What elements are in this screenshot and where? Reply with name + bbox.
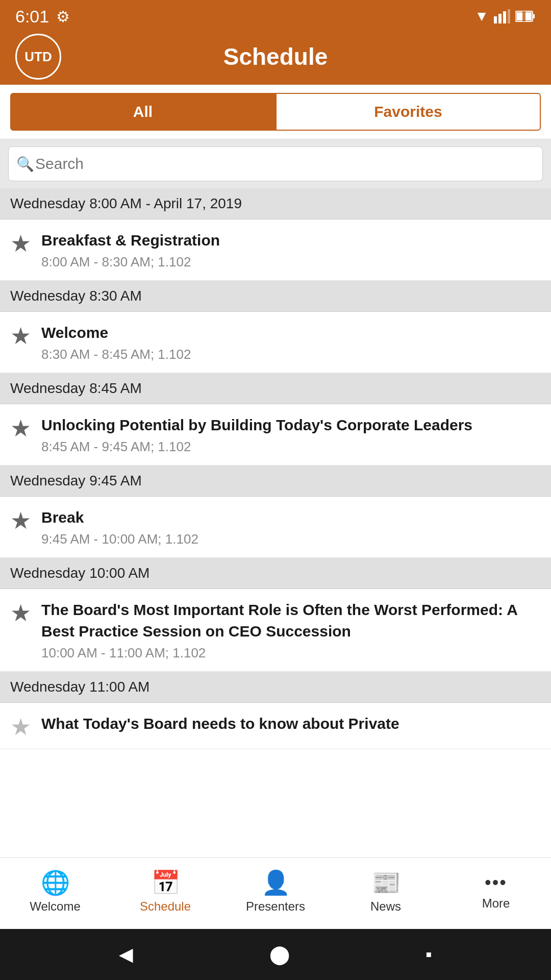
item-content-4: Break 9:45 AM - 10:00 AM; 1.102 xyxy=(41,507,541,547)
favorite-star-3[interactable]: ★ xyxy=(10,416,31,440)
item-time-4: 9:45 AM - 10:00 AM; 1.102 xyxy=(41,531,541,547)
battery-icon xyxy=(515,10,536,22)
bottom-navigation: 🌐 Welcome 📅 Schedule 👤 Presenters 📰 News… xyxy=(0,857,551,929)
favorite-star-6[interactable]: ★ xyxy=(10,715,31,739)
back-button[interactable]: ◀ xyxy=(119,944,133,965)
svg-rect-5 xyxy=(533,14,535,18)
item-content-2: Welcome 8:30 AM - 8:45 AM; 1.102 xyxy=(41,322,541,362)
app-header: UTD Schedule xyxy=(0,33,551,85)
nav-welcome-label: Welcome xyxy=(30,899,81,914)
recents-button[interactable]: ▪ xyxy=(425,944,432,965)
list-item[interactable]: ★ What Today's Board needs to know about… xyxy=(0,703,551,749)
nav-more[interactable]: ••• More xyxy=(441,858,551,924)
item-title-6: What Today's Board needs to know about P… xyxy=(41,713,541,734)
svg-rect-3 xyxy=(508,9,510,23)
item-title-5: The Board's Most Important Role is Often… xyxy=(41,599,541,642)
all-tab[interactable]: All xyxy=(10,93,276,131)
android-navbar: ◀ ⬤ ▪ xyxy=(0,929,551,980)
nav-schedule[interactable]: 📅 Schedule xyxy=(110,858,220,924)
list-item[interactable]: ★ Unlocking Potential by Building Today'… xyxy=(0,404,551,465)
signal-icon xyxy=(494,9,510,23)
calendar-icon: 📅 xyxy=(151,869,180,896)
item-content-3: Unlocking Potential by Building Today's … xyxy=(41,414,541,455)
more-icon: ••• xyxy=(485,872,507,893)
nav-schedule-label: Schedule xyxy=(140,899,191,914)
person-icon: 👤 xyxy=(261,869,290,896)
status-icons: ▼ xyxy=(474,8,536,24)
status-bar: 6:01 ⚙ ▼ xyxy=(0,0,551,33)
svg-rect-1 xyxy=(498,14,502,23)
item-title-4: Break xyxy=(41,507,541,528)
nav-news[interactable]: 📰 News xyxy=(331,858,441,924)
wifi-icon: ▼ xyxy=(474,8,489,24)
section-header-6: Wednesday 11:00 AM xyxy=(0,672,551,703)
section-header-3: Wednesday 8:45 AM xyxy=(0,373,551,404)
favorite-star-4[interactable]: ★ xyxy=(10,509,31,532)
svg-rect-0 xyxy=(494,16,497,23)
section-header-4: Wednesday 9:45 AM xyxy=(0,465,551,497)
page-title: Schedule xyxy=(223,43,328,70)
favorites-tab[interactable]: Favorites xyxy=(276,93,541,131)
item-content-1: Breakfast & Registration 8:00 AM - 8:30 … xyxy=(41,230,541,270)
item-time-1: 8:00 AM - 8:30 AM; 1.102 xyxy=(41,254,541,270)
list-item[interactable]: ★ Breakfast & Registration 8:00 AM - 8:3… xyxy=(0,219,551,281)
item-content-6: What Today's Board needs to know about P… xyxy=(41,713,541,738)
section-header-5: Wednesday 10:00 AM xyxy=(0,558,551,589)
list-item[interactable]: ★ The Board's Most Important Role is Oft… xyxy=(0,589,551,672)
nav-presenters-label: Presenters xyxy=(246,899,305,914)
home-button[interactable]: ⬤ xyxy=(269,944,290,965)
status-time: 6:01 xyxy=(15,7,49,27)
search-wrapper: 🔍 xyxy=(8,146,543,181)
list-item[interactable]: ★ Break 9:45 AM - 10:00 AM; 1.102 xyxy=(0,497,551,558)
item-time-2: 8:30 AM - 8:45 AM; 1.102 xyxy=(41,347,541,362)
favorite-star-2[interactable]: ★ xyxy=(10,324,31,348)
nav-news-label: News xyxy=(370,899,401,914)
globe-icon: 🌐 xyxy=(41,869,70,896)
news-icon: 📰 xyxy=(371,869,400,896)
item-time-5: 10:00 AM - 11:00 AM; 1.102 xyxy=(41,645,541,661)
section-header-1: Wednesday 8:00 AM - April 17, 2019 xyxy=(0,188,551,219)
app-logo: UTD xyxy=(15,34,61,80)
filter-toggle: All Favorites xyxy=(0,85,551,139)
section-header-2: Wednesday 8:30 AM xyxy=(0,281,551,312)
search-input[interactable] xyxy=(8,146,543,181)
item-title-1: Breakfast & Registration xyxy=(41,230,541,251)
item-title-3: Unlocking Potential by Building Today's … xyxy=(41,414,541,436)
nav-presenters[interactable]: 👤 Presenters xyxy=(220,858,331,924)
schedule-list: Wednesday 8:00 AM - April 17, 2019 ★ Bre… xyxy=(0,188,551,857)
svg-rect-7 xyxy=(522,11,525,21)
item-time-3: 8:45 AM - 9:45 AM; 1.102 xyxy=(41,439,541,455)
item-content-5: The Board's Most Important Role is Often… xyxy=(41,599,541,661)
favorite-star-1[interactable]: ★ xyxy=(10,232,31,255)
search-container: 🔍 xyxy=(0,139,551,188)
nav-welcome[interactable]: 🌐 Welcome xyxy=(0,858,110,924)
nav-more-label: More xyxy=(482,896,510,911)
svg-rect-2 xyxy=(503,11,506,23)
favorite-star-5[interactable]: ★ xyxy=(10,601,31,625)
list-item[interactable]: ★ Welcome 8:30 AM - 8:45 AM; 1.102 xyxy=(0,312,551,373)
settings-icon[interactable]: ⚙ xyxy=(56,8,70,26)
item-title-2: Welcome xyxy=(41,322,541,344)
